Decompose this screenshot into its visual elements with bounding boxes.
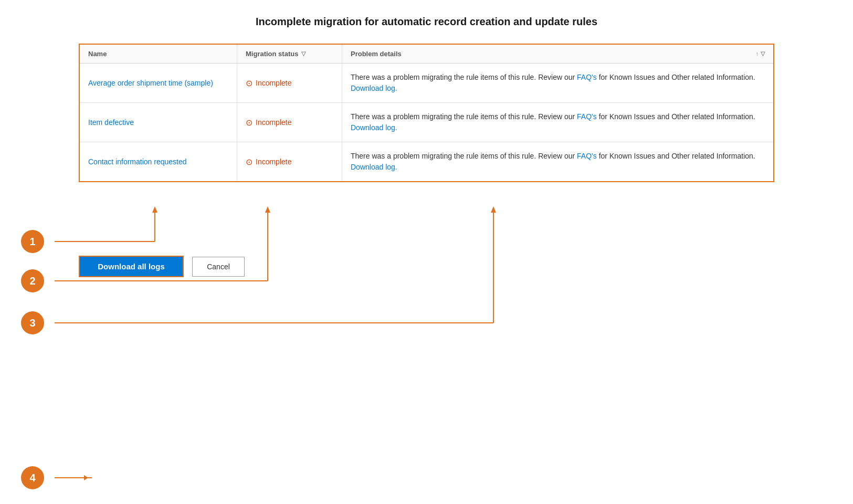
col-name-cell: Average order shipment time (sample) <box>80 64 237 102</box>
download-log-link-3[interactable]: Download log. <box>351 163 397 171</box>
download-all-logs-button[interactable]: Download all logs <box>79 256 184 277</box>
col-name-cell: Item defective <box>80 103 237 142</box>
annotation-circle-1: 1 <box>21 230 44 253</box>
svg-marker-5 <box>265 206 270 213</box>
faq-link-3[interactable]: FAQ's <box>577 152 597 160</box>
annotation-circle-2: 2 <box>21 269 44 292</box>
col-problem-cell: There was a problem migrating the rule i… <box>342 142 773 181</box>
col-status-cell: ⊙ Incomplete <box>237 103 342 142</box>
col-status-header: Migration status ▽ <box>237 45 342 63</box>
rule-name-link-3[interactable]: Contact information requested <box>88 158 187 166</box>
cancel-button[interactable]: Cancel <box>192 257 245 277</box>
col-name-header: Name <box>80 45 237 63</box>
table-row: Item defective ⊙ Incomplete There was a … <box>80 103 773 142</box>
sort-icon[interactable]: ↑ <box>756 50 759 57</box>
incomplete-icon-1: ⊙ <box>246 78 252 88</box>
col-status-cell: ⊙ Incomplete <box>237 64 342 102</box>
faq-link-2[interactable]: FAQ's <box>577 112 597 121</box>
table-row: Contact information requested ⊙ Incomple… <box>80 142 773 181</box>
table-row: Average order shipment time (sample) ⊙ I… <box>80 64 773 103</box>
table-header: Name Migration status ▽ Problem details … <box>80 45 773 64</box>
col-status-cell: ⊙ Incomplete <box>237 142 342 181</box>
status-label-3: Incomplete <box>256 158 291 166</box>
col-problem-cell: There was a problem migrating the rule i… <box>342 103 773 142</box>
svg-marker-2 <box>152 206 157 213</box>
rule-name-link-1[interactable]: Average order shipment time (sample) <box>88 79 213 87</box>
incomplete-icon-3: ⊙ <box>246 157 252 167</box>
col-problem-cell: There was a problem migrating the rule i… <box>342 64 773 102</box>
status-label-2: Incomplete <box>256 118 291 127</box>
svg-marker-8 <box>491 206 496 213</box>
annotation-circle-3: 3 <box>21 311 44 334</box>
col-name-cell: Contact information requested <box>80 142 237 181</box>
filter-icon-problem[interactable]: ▽ <box>761 50 765 57</box>
sort-filter-icons: ↑ ▽ <box>756 50 765 57</box>
annotation-circle-4: 4 <box>21 466 44 489</box>
download-log-link-1[interactable]: Download log. <box>351 84 397 92</box>
incomplete-icon-2: ⊙ <box>246 118 252 128</box>
download-log-link-2[interactable]: Download log. <box>351 123 397 132</box>
migration-table: Name Migration status ▽ Problem details … <box>79 44 774 182</box>
filter-icon[interactable]: ▽ <box>301 50 306 57</box>
page-title: Incomplete migration for automatic recor… <box>26 16 827 28</box>
col-problem-header: Problem details ↑ ▽ <box>342 45 773 63</box>
status-label-1: Incomplete <box>256 79 291 87</box>
faq-link-1[interactable]: FAQ's <box>577 73 597 81</box>
footer-area: Download all logs Cancel <box>26 245 827 288</box>
rule-name-link-2[interactable]: Item defective <box>88 118 134 127</box>
svg-marker-10 <box>84 475 88 480</box>
